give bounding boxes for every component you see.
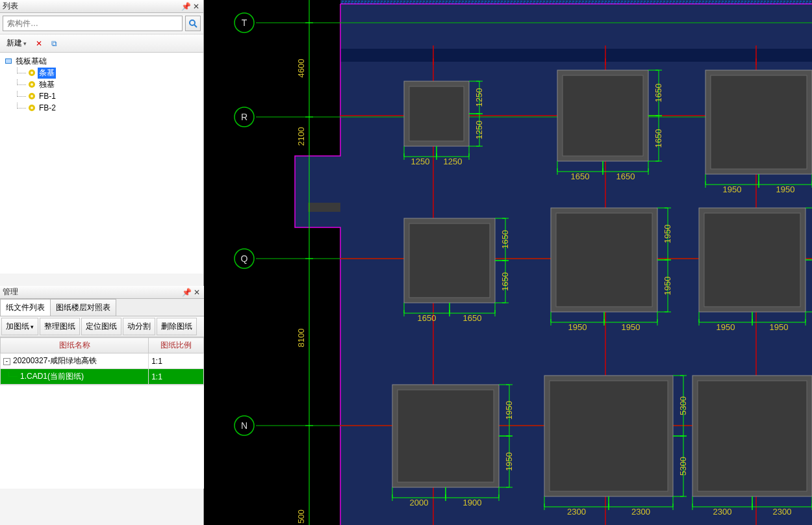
svg-text:1950: 1950 [622, 322, 641, 332]
table-row[interactable]: -20200327-咸阳绿地高铁1:1 [1, 353, 204, 369]
svg-text:1650: 1650 [616, 172, 635, 181]
mgr-tab[interactable]: 图纸楼层对照表 [50, 299, 116, 316]
svg-line-1 [194, 25, 197, 27]
mgr-btn[interactable]: 动分割 [123, 318, 155, 335]
mgr-tab[interactable]: 纸文件列表 [0, 299, 51, 316]
panel-header-list: 列表 📌 ✕ [0, 0, 203, 13]
list-toolbar: 新建 ▾ ✕ ⧉ [0, 34, 203, 53]
pin-icon[interactable]: 📌 [181, 2, 190, 11]
close-icon[interactable]: ✕ [192, 288, 201, 297]
svg-text:1950: 1950 [663, 225, 672, 244]
svg-rect-204 [398, 390, 494, 482]
svg-text:Q: Q [241, 253, 248, 264]
svg-text:1250: 1250 [444, 157, 463, 166]
svg-text:5300: 5300 [678, 396, 688, 415]
svg-text:1950: 1950 [717, 322, 735, 332]
table-header[interactable]: 图纸名称 [1, 338, 149, 353]
mgr-btn[interactable]: 整理图纸 [40, 318, 80, 335]
component-tree[interactable]: 筏板基础 条基 独基 FB-1 FB-2 [0, 53, 203, 274]
svg-text:500: 500 [296, 509, 306, 524]
svg-text:1950: 1950 [776, 185, 795, 194]
svg-rect-100 [711, 75, 807, 169]
tree-item[interactable]: 条基 [1, 67, 202, 79]
mgr-btn[interactable]: 定位图纸 [81, 318, 121, 335]
svg-text:1650: 1650 [653, 129, 663, 148]
svg-text:2100: 2100 [296, 127, 306, 146]
svg-text:1650: 1650 [463, 313, 482, 323]
svg-text:1950: 1950 [723, 185, 742, 194]
pin-icon[interactable]: 📌 [182, 288, 191, 297]
svg-text:1950: 1950 [504, 401, 514, 420]
svg-rect-178 [704, 213, 800, 307]
table-empty-area [0, 385, 204, 489]
svg-rect-152 [556, 213, 652, 307]
svg-text:T: T [242, 18, 247, 28]
svg-text:1650: 1650 [418, 313, 437, 323]
svg-text:N: N [241, 420, 247, 431]
copy-button[interactable]: ⧉ [49, 38, 60, 49]
new-label: 新建 [6, 38, 22, 49]
svg-rect-126 [409, 224, 490, 298]
tree-item-label: FB-1 [38, 92, 57, 101]
search-button[interactable] [185, 16, 201, 31]
close-icon[interactable]: ✕ [192, 2, 201, 11]
svg-point-9 [31, 95, 33, 97]
svg-rect-256 [698, 381, 807, 491]
svg-text:2000: 2000 [410, 498, 429, 507]
gear-icon [27, 68, 36, 77]
svg-text:1950: 1950 [504, 452, 514, 471]
collapse-icon[interactable]: - [3, 358, 10, 365]
tree-item[interactable]: 独基 [1, 79, 202, 90]
svg-text:2300: 2300 [713, 507, 732, 517]
svg-text:2300: 2300 [631, 507, 650, 517]
svg-text:2300: 2300 [567, 507, 586, 517]
new-button[interactable]: 新建 ▾ [4, 36, 29, 50]
svg-rect-74 [563, 75, 643, 156]
drawing-table[interactable]: 图纸名称图纸比例 -20200327-咸阳绿地高铁1:11.CAD1(当前图纸)… [0, 337, 204, 385]
svg-text:1250: 1250 [474, 88, 484, 107]
svg-text:1950: 1950 [770, 322, 789, 332]
tree-item[interactable]: FB-2 [1, 102, 202, 114]
mgr-btn[interactable]: 删除图纸 [157, 318, 197, 335]
svg-text:2300: 2300 [773, 507, 792, 517]
mgr-btn[interactable]: 加图纸▾ [1, 318, 38, 335]
tree-item[interactable]: FB-1 [1, 90, 202, 102]
svg-text:1250: 1250 [474, 121, 484, 140]
svg-rect-15 [340, 49, 812, 62]
search-bar [0, 13, 203, 34]
tree-root[interactable]: 筏板基础 [1, 55, 202, 67]
cad-viewport[interactable]: TRQN460021008100500125012501250125016501… [204, 0, 812, 525]
svg-point-0 [190, 20, 195, 25]
delete-button[interactable]: ✕ [33, 38, 45, 49]
svg-text:1950: 1950 [663, 277, 672, 296]
svg-text:R: R [241, 112, 247, 122]
svg-rect-48 [409, 86, 464, 141]
table-header[interactable]: 图纸比例 [149, 338, 204, 353]
panel-title: 列表 [3, 1, 180, 12]
delete-icon: ✕ [36, 39, 42, 48]
tree-item-label: FB-2 [38, 103, 57, 112]
svg-text:5300: 5300 [678, 457, 688, 476]
svg-text:1250: 1250 [411, 157, 430, 166]
svg-text:1650: 1650 [571, 172, 590, 181]
svg-text:1650: 1650 [653, 84, 663, 103]
svg-text:4600: 4600 [296, 59, 306, 78]
svg-point-7 [31, 83, 33, 86]
gear-icon [27, 80, 36, 89]
panel-mgr-title: 管理 [3, 287, 181, 298]
mgr-toolbar: 加图纸▾整理图纸定位图纸动分割删除图纸 [0, 316, 204, 337]
svg-rect-13 [295, 156, 340, 227]
table-row[interactable]: 1.CAD1(当前图纸)1:1 [1, 369, 204, 385]
folder-icon [4, 57, 13, 66]
chevron-down-icon: ▾ [23, 40, 27, 47]
search-input[interactable] [3, 16, 183, 31]
tree-item-label: 独基 [38, 79, 56, 90]
svg-text:1650: 1650 [500, 272, 510, 291]
panel-header-mgr: 管理 📌 ✕ [0, 286, 204, 299]
svg-rect-3 [6, 59, 11, 63]
svg-text:8100: 8100 [296, 329, 306, 348]
svg-rect-230 [550, 381, 668, 491]
copy-icon: ⧉ [51, 39, 57, 48]
mgr-tabs: 纸文件列表图纸楼层对照表 [0, 299, 204, 316]
svg-text:1950: 1950 [568, 322, 587, 332]
